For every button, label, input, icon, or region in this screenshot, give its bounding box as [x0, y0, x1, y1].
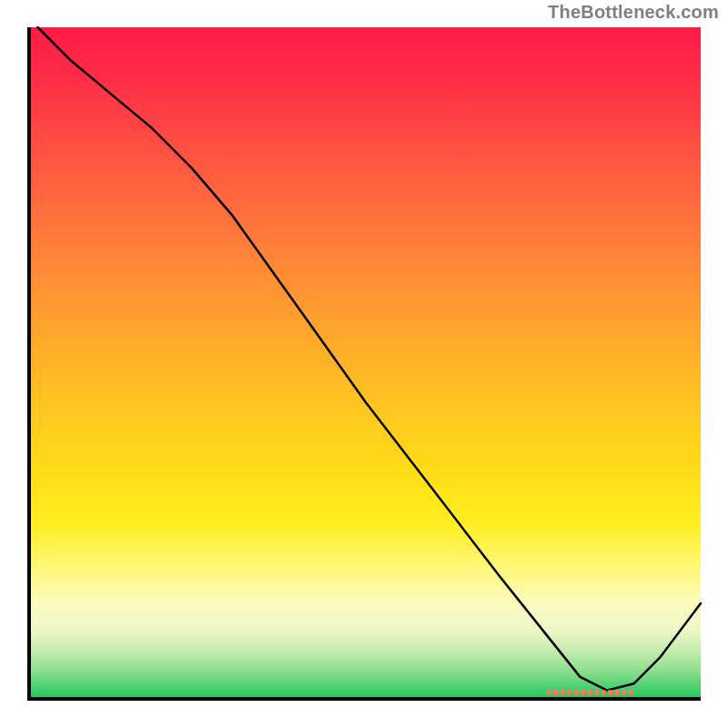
watermark-text: TheBottleneck.com	[548, 2, 719, 23]
chart-svg	[31, 27, 701, 697]
plot-area	[27, 27, 701, 701]
chart-stage: TheBottleneck.com	[0, 0, 728, 728]
bottleneck-curve	[37, 27, 701, 691]
